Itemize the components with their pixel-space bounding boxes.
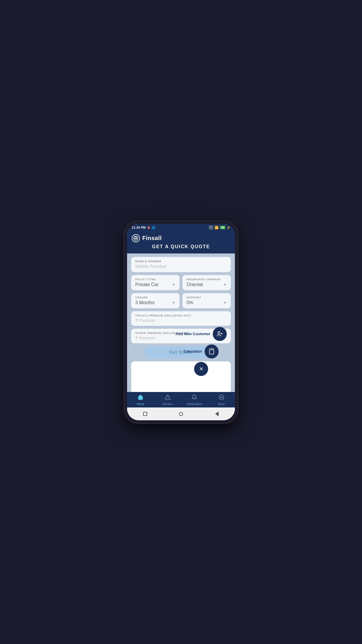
insurance-company-label: INSURANCE COMPANY <box>187 278 227 281</box>
nav-item-more[interactable]: More <box>208 394 235 406</box>
close-fab-item: ✕ <box>194 362 208 376</box>
status-bar: 11:24 PM 🔇 🌐 ✕ 📶 36 ⚡ <box>127 224 235 231</box>
policy-insurance-row: POLICY TYPE Private Car ▼ INSURANCE COMP… <box>131 275 231 290</box>
tenure-upfront-row: TENURE 3 Months ▼ UPFRONT 0% ▼ <box>131 293 231 308</box>
app-header: Finsall GET A QUICK QUOTE <box>127 231 235 253</box>
policy-type-select[interactable]: Private Car ▼ <box>135 282 175 287</box>
upfront-value: 0% <box>187 300 193 305</box>
policy-type-field[interactable]: POLICY TYPE Private Car ▼ <box>131 275 180 290</box>
mobile-number-field[interactable]: MOBILE NUMBER Mobile Number <box>131 257 231 272</box>
insurance-company-value: Oriental <box>187 282 203 287</box>
insurance-company-chevron-icon: ▼ <box>223 283 227 287</box>
insurance-company-field[interactable]: INSURANCE COMPANY Oriental ▼ <box>182 275 231 290</box>
close-x-icon: ✕ <box>199 366 203 372</box>
mobile-number-placeholder: Mobile Number <box>135 264 227 269</box>
svg-point-20 <box>221 397 222 398</box>
svg-point-21 <box>222 397 223 398</box>
upfront-label: UPFRONT <box>187 296 227 299</box>
upfront-chevron-icon: ▼ <box>223 301 227 305</box>
logo-row: Finsall <box>132 234 230 242</box>
close-fab-button[interactable]: ✕ <box>194 362 208 376</box>
more-icon <box>219 394 224 402</box>
bottom-navigation: Home Review <box>127 392 235 407</box>
review-icon <box>165 394 171 402</box>
nav-item-home[interactable]: Home <box>127 394 154 406</box>
notifications-icon <box>191 394 197 402</box>
globe-icon: 🌐 <box>152 226 155 229</box>
battery-indicator: 36 <box>220 226 225 229</box>
recent-apps-button[interactable] <box>142 410 149 417</box>
charging-icon: ⚡ <box>227 226 230 229</box>
add-customer-fab-item: Add New Customer <box>175 327 227 341</box>
policy-type-value: Private Car <box>135 282 159 287</box>
tenure-value: 3 Months <box>135 300 154 305</box>
app-logo-text: Finsall <box>142 235 162 242</box>
android-navigation-bar <box>127 407 235 420</box>
wifi-icon: 📶 <box>215 226 219 230</box>
home-nav-label: Home <box>137 402 145 406</box>
tenure-chevron-icon: ▼ <box>172 301 175 305</box>
more-nav-label: More <box>218 402 225 406</box>
nav-item-review[interactable]: Review <box>154 394 181 406</box>
svg-point-19 <box>220 397 221 398</box>
close-icon-status: ✕ <box>209 226 213 229</box>
nav-item-notifications[interactable]: Notifications <box>181 394 208 406</box>
calculator-label: Calculator <box>184 349 202 354</box>
status-left: 11:24 PM 🔇 🌐 <box>132 226 155 229</box>
insurance-company-select[interactable]: Oriental ▼ <box>187 282 227 287</box>
tenure-field[interactable]: TENURE 3 Months ▼ <box>131 293 180 308</box>
add-customer-label: Add New Customer <box>175 332 210 336</box>
back-button[interactable] <box>213 410 220 417</box>
logo-globe-icon <box>132 234 140 242</box>
mute-icon: 🔇 <box>147 226 150 229</box>
status-right: ✕ 📶 36 ⚡ <box>209 226 230 230</box>
policy-type-chevron-icon: ▼ <box>172 283 175 287</box>
upfront-select[interactable]: 0% ▼ <box>187 300 227 305</box>
add-customer-button[interactable] <box>213 327 227 341</box>
tp-premium-placeholder: ₹ Premium <box>135 318 227 323</box>
tp-premium-label: TP(Act) PREMIUM (including GST) <box>135 314 227 317</box>
review-nav-label: Review <box>163 402 172 406</box>
home-icon <box>138 394 143 402</box>
mobile-number-label: MOBILE NUMBER <box>135 260 227 263</box>
fab-container: Add New Customer Calculator <box>175 327 227 376</box>
home-button[interactable] <box>178 410 184 417</box>
tenure-select[interactable]: 3 Months ▼ <box>135 300 175 305</box>
policy-type-label: POLICY TYPE <box>135 278 175 281</box>
tp-premium-field[interactable]: TP(Act) PREMIUM (including GST) ₹ Premiu… <box>131 311 231 326</box>
calculator-fab-item: Calculator <box>184 344 219 358</box>
calculator-button[interactable] <box>205 344 219 358</box>
upfront-field[interactable]: UPFRONT 0% ▼ <box>182 293 231 308</box>
tenure-label: TENURE <box>135 296 175 299</box>
page-title: GET A QUICK QUOTE <box>132 244 230 249</box>
notifications-nav-label: Notifications <box>187 402 202 406</box>
svg-point-2 <box>218 331 220 333</box>
lower-content-area: Add New Customer Calculator <box>131 361 231 392</box>
time-display: 11:24 PM <box>132 226 146 229</box>
form-area[interactable]: MOBILE NUMBER Mobile Number POLICY TYPE … <box>127 253 235 392</box>
